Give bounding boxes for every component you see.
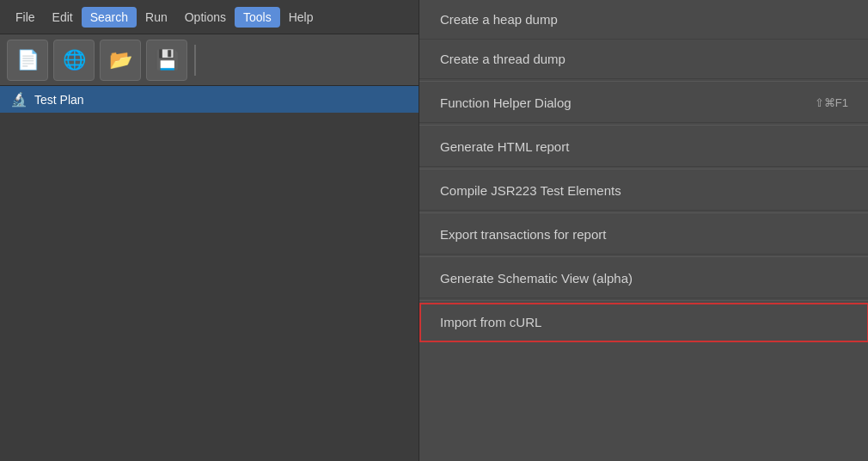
- new-icon: 📄: [16, 49, 40, 71]
- tools-dropdown-menu: Create a heap dump Create a thread dump …: [419, 0, 868, 342]
- test-plan-icon: 🔬: [10, 91, 28, 108]
- menu-item-compile-jsr-label: Compile JSR223 Test Elements: [440, 183, 621, 198]
- tools-dropdown-overlay: Create a heap dump Create a thread dump …: [419, 0, 868, 461]
- menu-item-export-transactions[interactable]: Export transactions for report: [419, 215, 868, 255]
- menu-options[interactable]: Options: [176, 7, 235, 28]
- menu-item-export-transactions-label: Export transactions for report: [440, 227, 606, 242]
- toolbar-separator: [194, 45, 196, 76]
- save-icon: 💾: [156, 49, 179, 71]
- menu-item-compile-jsr[interactable]: Compile JSR223 Test Elements: [419, 171, 868, 211]
- menu-edit[interactable]: Edit: [44, 7, 82, 28]
- menu-separator-5: [419, 256, 868, 257]
- folder-icon: 📂: [109, 49, 132, 71]
- menu-separator-4: [419, 212, 868, 213]
- toolbar-folder-button[interactable]: 📂: [100, 40, 141, 81]
- menu-item-thread-dump-label: Create a thread dump: [440, 52, 565, 66]
- menu-item-import-curl-label: Import from cURL: [440, 315, 541, 329]
- menu-file[interactable]: File: [7, 7, 44, 28]
- toolbar-new-button[interactable]: 📄: [7, 40, 48, 81]
- menu-separator-2: [419, 125, 868, 126]
- toolbar-extra-button[interactable]: [203, 40, 244, 81]
- menu-search[interactable]: Search: [82, 7, 137, 28]
- menu-item-schematic-view-label: Generate Schematic View (alpha): [440, 271, 633, 286]
- menu-item-import-curl[interactable]: Import from cURL: [419, 303, 868, 342]
- menu-separator-6: [419, 300, 868, 301]
- menu-run[interactable]: Run: [137, 7, 176, 28]
- menu-item-html-report-label: Generate HTML report: [440, 139, 569, 154]
- menu-item-function-helper[interactable]: Function Helper Dialog ⇧⌘F1: [419, 83, 868, 123]
- globe-icon: 🌐: [63, 49, 86, 71]
- menu-item-html-report[interactable]: Generate HTML report: [419, 127, 868, 167]
- menu-item-function-helper-shortcut: ⇧⌘F1: [815, 96, 848, 109]
- tree-item-label: Test Plan: [34, 93, 84, 107]
- tree-item-test-plan[interactable]: 🔬 Test Plan: [0, 86, 419, 113]
- menu-item-function-helper-label: Function Helper Dialog: [440, 95, 572, 110]
- menu-separator-1: [419, 81, 868, 82]
- menu-help[interactable]: Help: [280, 7, 322, 28]
- menu-item-thread-dump[interactable]: Create a thread dump: [419, 40, 868, 79]
- toolbar-open-button[interactable]: 🌐: [53, 40, 95, 81]
- menu-item-heap-dump-label: Create a heap dump: [440, 12, 558, 27]
- menu-tools[interactable]: Tools: [235, 7, 280, 28]
- menu-item-schematic-view[interactable]: Generate Schematic View (alpha): [419, 259, 868, 298]
- menu-separator-3: [419, 169, 868, 169]
- menu-item-heap-dump[interactable]: Create a heap dump: [419, 0, 868, 40]
- left-panel: 🔬 Test Plan: [0, 86, 419, 461]
- toolbar-save-button[interactable]: 💾: [146, 40, 187, 81]
